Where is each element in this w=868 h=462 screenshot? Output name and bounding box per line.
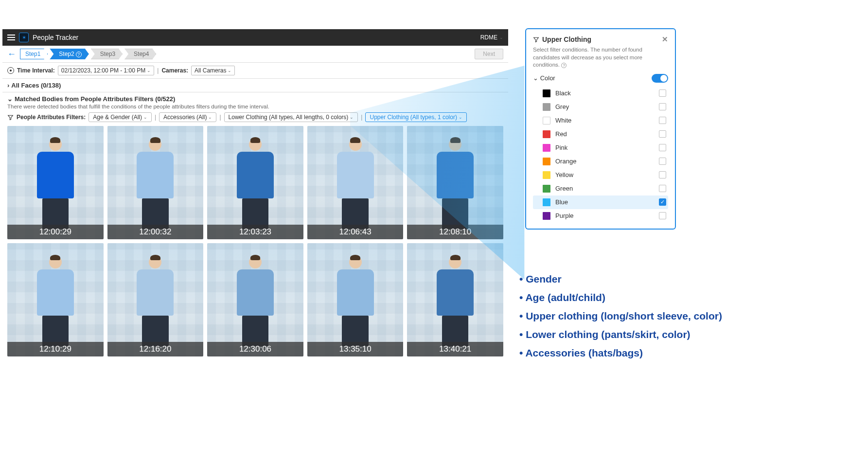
bullet-item: Upper clothing (long/short sleeve, color… — [519, 310, 722, 322]
color-name: Blue — [555, 198, 568, 206]
color-option[interactable]: White — [533, 114, 668, 127]
color-option[interactable]: Orange — [533, 155, 668, 168]
result-card[interactable]: 12:30:06 — [207, 243, 303, 356]
step-4[interactable]: Step4 — [124, 49, 156, 59]
app-logo-icon: ✶ — [19, 33, 29, 42]
filter-icon — [533, 36, 539, 43]
color-swatch — [543, 117, 550, 124]
step-bar: ← Step1 Step2? Step3 Step4 Next — [2, 46, 508, 63]
back-button[interactable]: ← — [7, 49, 16, 59]
cameras-label: Cameras: — [161, 67, 188, 74]
attr-filters-label: People Attributes Filters: — [17, 114, 86, 121]
color-option[interactable]: Grey — [533, 100, 668, 114]
faces-section[interactable]: ›All Faces (0/138) — [2, 79, 508, 92]
panel-title: Upper Clothing — [542, 36, 591, 43]
checkbox[interactable]: ✓ — [659, 198, 666, 206]
timestamp: 12:06:43 — [307, 225, 404, 239]
color-name: Pink — [555, 144, 567, 151]
checkbox[interactable] — [659, 158, 666, 165]
color-swatch — [543, 171, 550, 179]
timestamp: 12:16:20 — [107, 342, 204, 356]
result-card[interactable]: 12:16:20 — [107, 243, 204, 356]
target-icon — [7, 67, 14, 74]
app-title: People Tracker — [33, 34, 78, 41]
result-card[interactable]: 12:10:29 — [7, 243, 104, 356]
timestamp: 12:00:29 — [7, 225, 104, 239]
result-card[interactable]: 12:03:23 — [207, 126, 303, 239]
filter-lower-clothing[interactable]: Lower Clothing (All types, All lengths, … — [224, 112, 358, 122]
timestamp: 12:03:23 — [207, 225, 303, 239]
bullet-item: Age (adult/child) — [519, 292, 722, 303]
app-window: ✶ People Tracker RDME ⌄ ← Step1 Step2? S… — [2, 29, 508, 361]
color-option[interactable]: Green — [533, 182, 668, 195]
results-grid: 12:00:29 12:00:32 12:03:23 12:06:43 12:0… — [2, 126, 508, 361]
feature-bullets: GenderAge (adult/child)Upper clothing (l… — [519, 267, 722, 366]
color-name: Green — [555, 185, 573, 192]
result-card[interactable]: 12:08:10 — [407, 126, 503, 239]
menu-icon[interactable] — [7, 35, 15, 40]
filter-icon — [7, 114, 14, 121]
timestamp: 13:35:10 — [307, 342, 404, 356]
result-card[interactable]: 12:06:43 — [307, 126, 404, 239]
interval-label: Time Interval: — [17, 67, 55, 74]
result-card[interactable]: 13:40:21 — [407, 243, 503, 356]
color-swatch — [543, 103, 550, 111]
filter-upper-clothing[interactable]: Upper Clothing (All types, 1 color)⌄ — [365, 112, 466, 122]
color-swatch — [543, 89, 550, 97]
step-3[interactable]: Step3 — [91, 49, 123, 59]
profile-menu[interactable]: RDME ⌄ — [480, 34, 503, 41]
color-toggle[interactable] — [652, 74, 668, 83]
close-icon[interactable]: ✕ — [662, 35, 668, 44]
timestamp: 12:00:32 — [107, 225, 204, 239]
timestamp: 12:30:06 — [207, 342, 303, 356]
chevron-down-icon: ⌄ — [499, 35, 503, 40]
bullet-item: Gender — [519, 273, 722, 285]
step-2[interactable]: Step2? — [50, 49, 89, 59]
help-icon[interactable]: ? — [76, 52, 82, 57]
checkbox[interactable] — [659, 117, 666, 124]
color-name: Yellow — [555, 171, 573, 178]
color-name: Black — [555, 89, 571, 97]
checkbox[interactable] — [659, 103, 666, 110]
color-option[interactable]: Pink — [533, 141, 668, 155]
color-option[interactable]: Blue ✓ — [533, 195, 668, 209]
color-option[interactable]: Black — [533, 87, 668, 100]
interval-dropdown[interactable]: 02/12/2023, 12:00 PM - 1:00 PM⌄ — [58, 66, 154, 75]
checkbox[interactable] — [659, 171, 666, 178]
color-name: Orange — [555, 158, 576, 165]
panel-description: Select filter conditions. The number of … — [533, 46, 668, 69]
result-card[interactable]: 13:35:10 — [307, 243, 404, 356]
color-swatch — [543, 144, 550, 152]
timestamp: 12:08:10 — [407, 225, 503, 239]
result-card[interactable]: 12:00:29 — [7, 126, 104, 239]
color-swatch — [543, 185, 550, 193]
chevron-down-icon: ⌄ — [533, 74, 538, 82]
timestamp: 13:40:21 — [407, 342, 503, 356]
color-option[interactable]: Yellow — [533, 168, 668, 182]
checkbox[interactable] — [659, 130, 666, 138]
checkbox[interactable] — [659, 144, 666, 151]
filter-age-gender[interactable]: Age & Gender (All)⌄ — [89, 112, 152, 122]
result-card[interactable]: 12:00:32 — [107, 126, 204, 239]
color-swatch — [543, 198, 550, 206]
global-filters: Time Interval: 02/12/2023, 12:00 PM - 1:… — [2, 63, 508, 79]
bodies-header[interactable]: ⌄Matched Bodies from People Attributes F… — [7, 95, 503, 103]
color-name: Red — [555, 130, 567, 138]
color-section-header[interactable]: ⌄ Color — [533, 74, 668, 83]
checkbox[interactable] — [659, 89, 666, 97]
color-option[interactable]: Purple — [533, 209, 668, 223]
attribute-filters: People Attributes Filters: Age & Gender … — [2, 110, 508, 126]
bullet-item: Accessories (hats/bags) — [519, 347, 722, 359]
checkbox[interactable] — [659, 185, 666, 192]
color-swatch — [543, 130, 550, 138]
help-icon[interactable]: ? — [561, 63, 567, 68]
color-name: Purple — [555, 212, 574, 219]
bodies-section: ⌄Matched Bodies from People Attributes F… — [2, 92, 508, 110]
step-1[interactable]: Step1 — [20, 49, 48, 59]
color-option[interactable]: Red — [533, 127, 668, 141]
color-name: White — [555, 117, 571, 124]
next-button[interactable]: Next — [475, 49, 503, 59]
filter-accessories[interactable]: Accessories (All)⌄ — [159, 112, 216, 122]
cameras-dropdown[interactable]: All Cameras⌄ — [191, 66, 235, 75]
checkbox[interactable] — [659, 212, 666, 219]
